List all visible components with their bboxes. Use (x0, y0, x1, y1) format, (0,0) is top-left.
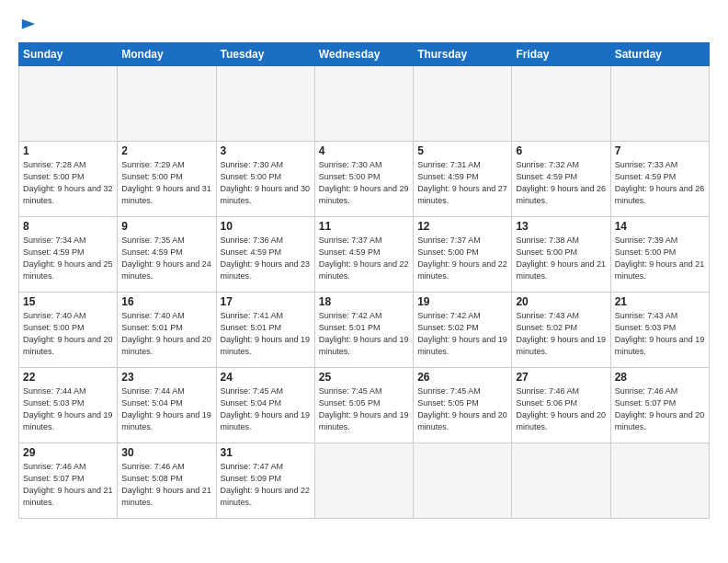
calendar-cell: 11 Sunrise: 7:37 AM Sunset: 4:59 PM Dayl… (314, 217, 413, 293)
day-info: Sunrise: 7:45 AM Sunset: 5:04 PM Dayligh… (221, 385, 311, 433)
calendar-cell: 15 Sunrise: 7:40 AM Sunset: 5:00 PM Dayl… (19, 293, 118, 368)
day-info: Sunrise: 7:45 AM Sunset: 5:05 PM Dayligh… (319, 385, 409, 433)
day-info: Sunrise: 7:41 AM Sunset: 5:01 PM Dayligh… (221, 310, 311, 358)
day-number: 16 (121, 295, 211, 308)
day-info: Sunrise: 7:39 AM Sunset: 5:00 PM Dayligh… (615, 235, 705, 282)
day-number: 29 (23, 446, 113, 459)
day-number: 14 (615, 220, 705, 233)
calendar-body: 1 Sunrise: 7:28 AM Sunset: 5:00 PM Dayli… (19, 66, 710, 519)
calendar-cell: 3 Sunrise: 7:30 AM Sunset: 5:00 PM Dayli… (216, 142, 314, 217)
calendar-cell: 7 Sunrise: 7:33 AM Sunset: 4:59 PM Dayli… (610, 142, 709, 217)
logo (18, 17, 37, 33)
day-info: Sunrise: 7:28 AM Sunset: 5:00 PM Dayligh… (23, 159, 113, 207)
day-info: Sunrise: 7:44 AM Sunset: 5:03 PM Dayligh… (23, 385, 113, 433)
calendar-week-4: 15 Sunrise: 7:40 AM Sunset: 5:00 PM Dayl… (19, 293, 710, 368)
calendar-cell (314, 443, 413, 519)
day-info: Sunrise: 7:32 AM Sunset: 4:59 PM Dayligh… (516, 159, 606, 207)
calendar-weekday-wednesday: Wednesday (314, 43, 413, 66)
calendar-cell: 26 Sunrise: 7:45 AM Sunset: 5:05 PM Dayl… (414, 368, 512, 443)
day-info: Sunrise: 7:46 AM Sunset: 5:07 PM Dayligh… (23, 461, 113, 509)
calendar-weekday-thursday: Thursday (414, 43, 512, 66)
calendar-cell (610, 66, 709, 142)
day-number: 26 (417, 371, 507, 384)
day-number: 25 (319, 371, 409, 384)
day-number: 28 (615, 371, 705, 384)
day-number: 13 (516, 220, 606, 233)
svg-marker-0 (22, 19, 35, 29)
calendar-cell: 13 Sunrise: 7:38 AM Sunset: 5:00 PM Dayl… (512, 217, 610, 293)
day-number: 5 (417, 144, 507, 157)
calendar-cell (19, 66, 118, 142)
calendar-cell (512, 443, 610, 519)
calendar-weekday-tuesday: Tuesday (216, 43, 314, 66)
day-number: 7 (615, 144, 705, 157)
day-info: Sunrise: 7:44 AM Sunset: 5:04 PM Dayligh… (121, 385, 211, 433)
calendar-weekday-monday: Monday (118, 43, 216, 66)
calendar-cell: 23 Sunrise: 7:44 AM Sunset: 5:04 PM Dayl… (118, 368, 216, 443)
day-number: 1 (23, 144, 113, 157)
calendar-weekday-friday: Friday (512, 43, 610, 66)
calendar-cell: 18 Sunrise: 7:42 AM Sunset: 5:01 PM Dayl… (314, 293, 413, 368)
day-number: 24 (221, 371, 311, 384)
day-number: 15 (23, 295, 113, 308)
day-info: Sunrise: 7:42 AM Sunset: 5:01 PM Dayligh… (319, 310, 409, 358)
day-info: Sunrise: 7:42 AM Sunset: 5:02 PM Dayligh… (417, 310, 507, 358)
calendar-cell: 8 Sunrise: 7:34 AM Sunset: 4:59 PM Dayli… (19, 217, 118, 293)
day-info: Sunrise: 7:40 AM Sunset: 5:00 PM Dayligh… (23, 310, 113, 358)
calendar-cell: 19 Sunrise: 7:42 AM Sunset: 5:02 PM Dayl… (414, 293, 512, 368)
calendar-weekday-sunday: Sunday (19, 43, 118, 66)
calendar-cell: 31 Sunrise: 7:47 AM Sunset: 5:09 PM Dayl… (216, 443, 314, 519)
day-info: Sunrise: 7:29 AM Sunset: 5:00 PM Dayligh… (121, 159, 211, 207)
day-number: 22 (23, 371, 113, 384)
calendar-cell: 10 Sunrise: 7:36 AM Sunset: 4:59 PM Dayl… (216, 217, 314, 293)
day-info: Sunrise: 7:31 AM Sunset: 4:59 PM Dayligh… (417, 159, 507, 207)
logo-flag-icon (20, 17, 37, 33)
day-info: Sunrise: 7:30 AM Sunset: 5:00 PM Dayligh… (319, 159, 409, 207)
day-info: Sunrise: 7:43 AM Sunset: 5:02 PM Dayligh… (516, 310, 606, 358)
calendar-week-2: 1 Sunrise: 7:28 AM Sunset: 5:00 PM Dayli… (19, 142, 710, 217)
calendar-cell: 16 Sunrise: 7:40 AM Sunset: 5:01 PM Dayl… (118, 293, 216, 368)
page: SundayMondayTuesdayWednesdayThursdayFrid… (0, 0, 728, 563)
day-info: Sunrise: 7:40 AM Sunset: 5:01 PM Dayligh… (121, 310, 211, 358)
day-number: 9 (121, 220, 211, 233)
day-number: 27 (516, 371, 606, 384)
day-number: 23 (121, 371, 211, 384)
calendar-cell: 29 Sunrise: 7:46 AM Sunset: 5:07 PM Dayl… (19, 443, 118, 519)
calendar-cell: 21 Sunrise: 7:43 AM Sunset: 5:03 PM Dayl… (610, 293, 709, 368)
calendar-cell: 27 Sunrise: 7:46 AM Sunset: 5:06 PM Dayl… (512, 368, 610, 443)
calendar-week-1 (19, 66, 710, 142)
day-number: 12 (417, 220, 507, 233)
calendar-cell (414, 66, 512, 142)
calendar-cell: 6 Sunrise: 7:32 AM Sunset: 4:59 PM Dayli… (512, 142, 610, 217)
day-number: 2 (121, 144, 211, 157)
calendar-cell: 20 Sunrise: 7:43 AM Sunset: 5:02 PM Dayl… (512, 293, 610, 368)
day-number: 17 (221, 295, 311, 308)
calendar-cell (610, 443, 709, 519)
day-number: 30 (121, 446, 211, 459)
calendar-cell: 25 Sunrise: 7:45 AM Sunset: 5:05 PM Dayl… (314, 368, 413, 443)
day-info: Sunrise: 7:34 AM Sunset: 4:59 PM Dayligh… (23, 235, 113, 282)
day-number: 18 (319, 295, 409, 308)
day-number: 3 (221, 144, 311, 157)
day-info: Sunrise: 7:36 AM Sunset: 4:59 PM Dayligh… (221, 235, 311, 282)
calendar-cell (512, 66, 610, 142)
day-number: 11 (319, 220, 409, 233)
calendar-header-row: SundayMondayTuesdayWednesdayThursdayFrid… (19, 43, 710, 66)
day-number: 19 (417, 295, 507, 308)
calendar-cell: 2 Sunrise: 7:29 AM Sunset: 5:00 PM Dayli… (118, 142, 216, 217)
calendar-cell (216, 66, 314, 142)
header (18, 17, 710, 33)
day-info: Sunrise: 7:46 AM Sunset: 5:06 PM Dayligh… (516, 385, 606, 433)
calendar-cell: 4 Sunrise: 7:30 AM Sunset: 5:00 PM Dayli… (314, 142, 413, 217)
day-info: Sunrise: 7:33 AM Sunset: 4:59 PM Dayligh… (615, 159, 705, 207)
calendar-cell (414, 443, 512, 519)
day-info: Sunrise: 7:37 AM Sunset: 5:00 PM Dayligh… (417, 235, 507, 282)
day-info: Sunrise: 7:43 AM Sunset: 5:03 PM Dayligh… (615, 310, 705, 358)
calendar-week-3: 8 Sunrise: 7:34 AM Sunset: 4:59 PM Dayli… (19, 217, 710, 293)
calendar-cell (118, 66, 216, 142)
calendar-cell: 1 Sunrise: 7:28 AM Sunset: 5:00 PM Dayli… (19, 142, 118, 217)
day-number: 20 (516, 295, 606, 308)
calendar-cell: 28 Sunrise: 7:46 AM Sunset: 5:07 PM Dayl… (610, 368, 709, 443)
day-number: 4 (319, 144, 409, 157)
day-info: Sunrise: 7:30 AM Sunset: 5:00 PM Dayligh… (221, 159, 311, 207)
